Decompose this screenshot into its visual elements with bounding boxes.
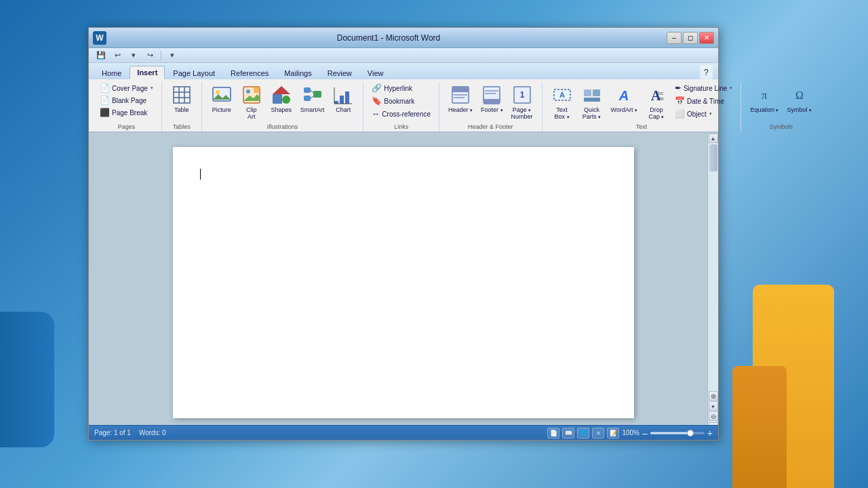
tab-references[interactable]: References	[223, 66, 276, 79]
symbol-icon: Ω	[789, 84, 810, 106]
links-group-items: 🔗 Hyperlink 🔖 Bookmark ↔ Cross-reference	[369, 82, 433, 122]
save-button[interactable]: 💾	[94, 49, 108, 62]
scroll-down-button[interactable]: ▼	[709, 422, 718, 425]
quick-parts-button[interactable]: QuickParts ▾	[578, 82, 606, 122]
zoom-slider[interactable]	[650, 429, 705, 437]
chart-icon	[332, 84, 354, 106]
header-footer-group-items: Header ▾ Footer ▾	[445, 82, 536, 122]
zoom-plus-button[interactable]: +	[707, 428, 713, 438]
svg-text:π: π	[762, 89, 767, 101]
svg-rect-10	[273, 94, 282, 104]
tab-view[interactable]: View	[360, 66, 391, 79]
object-label: Object	[687, 110, 707, 118]
restore-button[interactable]: ◻	[683, 32, 698, 44]
object-dropdown-arrow: ▾	[709, 111, 712, 117]
draft-button[interactable]: 📝	[607, 428, 619, 439]
text-cursor	[200, 169, 201, 180]
page-break-button[interactable]: ⬛ Page Break	[97, 106, 156, 119]
undo-button[interactable]: ↩	[111, 49, 124, 62]
smart-art-button[interactable]: SmartArt	[297, 82, 328, 115]
svg-rect-13	[304, 87, 311, 93]
object-icon: ⬜	[675, 109, 685, 119]
clip-art-button[interactable]: ClipArt	[237, 82, 266, 122]
chart-label: Chart	[336, 106, 351, 113]
svg-rect-19	[340, 96, 344, 104]
hyperlink-button[interactable]: 🔗 Hyperlink	[369, 82, 433, 94]
bookmark-icon: 🔖	[372, 96, 382, 106]
document-scroll-area[interactable]	[89, 134, 718, 425]
equation-label: Equation ▾	[750, 106, 778, 113]
close-button[interactable]: ✕	[699, 32, 714, 44]
signature-line-dropdown-arrow: ▾	[730, 85, 732, 91]
header-label: Header ▾	[448, 106, 473, 113]
illustrations-group-label: Illustrations	[267, 123, 298, 130]
table-button[interactable]: Table	[167, 82, 196, 115]
zoom-minus-button[interactable]: –	[642, 428, 648, 438]
tab-page-layout[interactable]: Page Layout	[165, 66, 222, 79]
zoom-out-scroll-button[interactable]: ⊖	[709, 411, 718, 421]
blank-page-button[interactable]: 📄 Blank Page	[97, 94, 156, 106]
shapes-label: Shapes	[271, 106, 292, 113]
hyperlink-icon: 🔗	[372, 83, 382, 93]
cover-page-button[interactable]: 📄 Cover Page ▾	[97, 82, 156, 94]
svg-point-6	[216, 90, 220, 94]
undo-dropdown[interactable]: ▾	[127, 49, 140, 62]
picture-button[interactable]: Picture	[208, 82, 236, 115]
zoom-thumb[interactable]	[687, 430, 694, 436]
page-number-button[interactable]: 1 Page ▾Number	[508, 82, 536, 122]
scroll-track[interactable]	[709, 143, 718, 391]
page-break-icon: ⬛	[100, 108, 110, 117]
header-button[interactable]: Header ▾	[445, 82, 476, 115]
page-number-icon: 1	[511, 84, 533, 106]
footer-button[interactable]: Footer ▾	[477, 82, 507, 115]
print-layout-button[interactable]: 📄	[547, 428, 559, 439]
redo-button[interactable]: ↪	[143, 49, 157, 62]
word-art-button[interactable]: A WordArt ▾	[608, 82, 641, 115]
minimize-button[interactable]: –	[667, 32, 682, 44]
text-group-label: Text	[636, 123, 648, 130]
web-layout-button[interactable]: 🌐	[577, 428, 589, 439]
object-button[interactable]: ⬜ Object ▾	[672, 108, 736, 120]
word-window: W Document1 - Microsoft Word – ◻ ✕ 💾 ↩ ▾…	[88, 27, 719, 441]
links-buttons: 🔗 Hyperlink 🔖 Bookmark ↔ Cross-reference	[369, 82, 433, 120]
links-group-label: Links	[394, 123, 408, 130]
chart-button[interactable]: Chart	[329, 82, 357, 115]
document-page[interactable]	[173, 147, 634, 418]
status-right: 📄 📖 🌐 ≡ 📝 100% – +	[547, 428, 713, 439]
bookmark-button[interactable]: 🔖 Bookmark	[369, 95, 433, 107]
scroll-thumb[interactable]	[709, 144, 717, 171]
hyperlink-label: Hyperlink	[384, 85, 412, 92]
tab-home[interactable]: Home	[94, 66, 129, 79]
scroll-page-button[interactable]: ●	[709, 401, 718, 411]
drop-cap-button[interactable]: A bc de DropCap ▾	[642, 82, 671, 122]
scroll-up-button[interactable]: ▲	[709, 134, 718, 143]
zoom-in-scroll-button[interactable]: ⊕	[709, 391, 718, 401]
ribbon-group-tables: Table Tables	[162, 82, 202, 131]
tab-insert[interactable]: Insert	[130, 66, 165, 79]
ribbon-group-pages: 📄 Cover Page ▾ 📄 Blank Page ⬛ Page Break…	[92, 82, 162, 131]
full-reading-button[interactable]: 📖	[562, 428, 574, 439]
text-box-label: TextBox ▾	[555, 106, 570, 120]
cross-reference-button[interactable]: ↔ Cross-reference	[369, 108, 433, 120]
symbol-button[interactable]: Ω Symbol ▾	[783, 82, 815, 115]
shapes-button[interactable]: Shapes	[267, 82, 296, 115]
illustrations-group-items: Picture ClipArt	[208, 82, 358, 122]
customize-toolbar-button[interactable]: ▾	[165, 49, 179, 62]
clip-art-icon	[241, 84, 262, 106]
text-box-button[interactable]: A TextBox ▾	[548, 82, 576, 122]
tab-mailings[interactable]: Mailings	[277, 66, 319, 79]
date-time-button[interactable]: 📅 Date & Time	[672, 95, 736, 107]
outline-button[interactable]: ≡	[592, 428, 604, 439]
header-footer-group-label: Header & Footer	[468, 123, 513, 130]
zoom-percent: 100%	[622, 429, 639, 436]
tab-review[interactable]: Review	[320, 66, 359, 79]
status-bar: Page: 1 of 1 Words: 0 📄 📖 🌐 ≡ 📝 100% – +	[89, 425, 718, 440]
ribbon-help-button[interactable]: ?	[700, 65, 713, 79]
signature-line-button[interactable]: ✒ Signature Line ▾	[672, 82, 736, 94]
equation-button[interactable]: π Equation ▾	[747, 82, 782, 115]
text-group-items: A TextBox ▾ QuickParts ▾	[548, 82, 736, 122]
svg-text:de: de	[658, 96, 664, 102]
clip-art-label: ClipArt	[246, 106, 257, 120]
svg-point-8	[246, 89, 250, 94]
table-label: Table	[174, 106, 189, 113]
